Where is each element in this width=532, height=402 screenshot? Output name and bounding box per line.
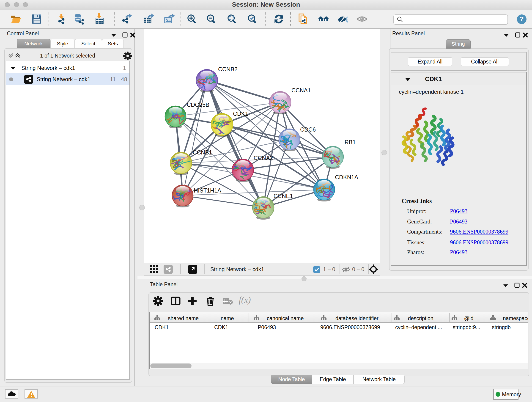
svg-text:CDC6: CDC6 (300, 126, 316, 133)
svg-text:HIST1H1A: HIST1H1A (194, 187, 221, 194)
svg-text:CCNA1: CCNA1 (291, 87, 311, 94)
svg-text:RB1: RB1 (345, 139, 356, 145)
svg-text:CCNB2: CCNB2 (218, 66, 238, 72)
svg-text:CDC25B: CDC25B (187, 102, 209, 108)
svg-text:CDK1: CDK1 (233, 110, 248, 117)
svg-text:?: ? (520, 15, 524, 23)
svg-text:CDKN1A: CDKN1A (335, 174, 358, 180)
svg-text:CCNE1: CCNE1 (273, 193, 293, 199)
svg-text:CCNA2: CCNA2 (254, 155, 273, 161)
svg-text:CCNB1: CCNB1 (193, 149, 212, 156)
